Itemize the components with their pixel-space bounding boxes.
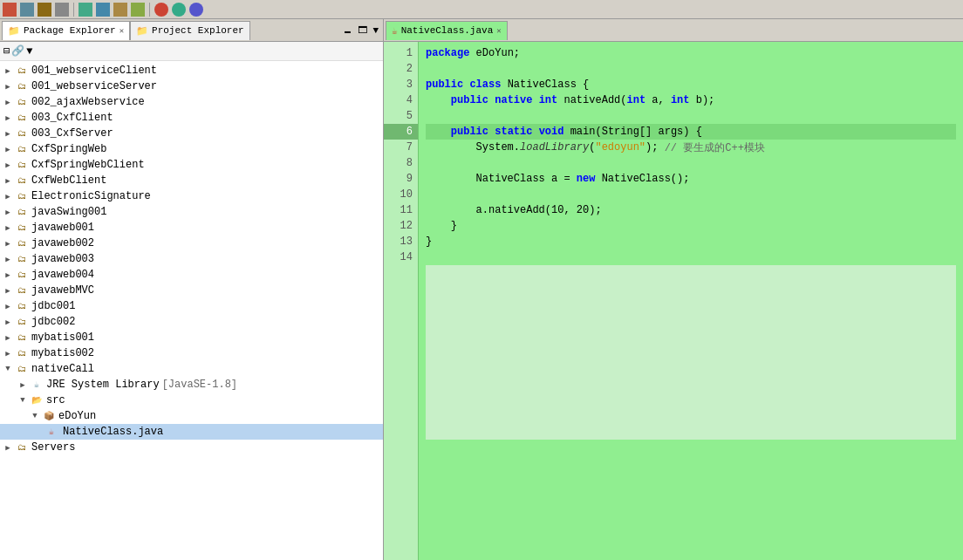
code-text: a, bbox=[645, 94, 671, 106]
editor-tab-close[interactable]: ✕ bbox=[496, 26, 501, 36]
tree-item-mybatis001[interactable]: ▶ 🗂 mybatis001 bbox=[0, 330, 383, 345]
tree-arrow: ▶ bbox=[3, 98, 12, 107]
tab-package-explorer-close[interactable]: ✕ bbox=[120, 26, 124, 36]
project-icon: 🗂 bbox=[15, 346, 29, 360]
panel-maximize-icon[interactable]: 🗖 bbox=[355, 23, 370, 38]
tree-item-cxfspringweb[interactable]: ▶ 🗂 CxfSpringWeb bbox=[0, 141, 383, 157]
tree-arrow: ▶ bbox=[3, 333, 12, 343]
tree-item-javawebmvc[interactable]: ▶ 🗂 javawebMVC bbox=[0, 283, 383, 298]
tree-item-002-ajaxwebservice[interactable]: ▶ 🗂 002_ajaxWebservice bbox=[0, 94, 383, 110]
toolbar-icon-11[interactable] bbox=[189, 3, 203, 17]
tree-label: mybatis001 bbox=[31, 331, 94, 344]
tree-item-javaswing001[interactable]: ▶ 🗂 javaSwing001 bbox=[0, 204, 383, 220]
tree-item-mybatis002[interactable]: ▶ 🗂 mybatis002 bbox=[0, 345, 383, 361]
keyword: int bbox=[671, 94, 690, 106]
tree-item-servers[interactable]: ▶ 🗂 Servers bbox=[0, 440, 383, 455]
tree-label: CxfWebClient bbox=[31, 174, 106, 187]
tree-item-edoyun[interactable]: ▼ 📦 eDoYun bbox=[0, 408, 383, 424]
code-text: NativeClass a = bbox=[426, 173, 577, 185]
tab-package-explorer-label: Package Explorer bbox=[24, 25, 116, 36]
panel-toolbar: ⊟ 🔗 ▼ bbox=[0, 42, 383, 61]
tree-item-jdbc002[interactable]: ▶ 🗂 jdbc002 bbox=[0, 314, 383, 330]
tree-item-javaweb004[interactable]: ▶ 🗂 javaweb004 bbox=[0, 267, 383, 283]
tree-item-cxfwebclient[interactable]: ▶ 🗂 CxfWebClient bbox=[0, 173, 383, 188]
string-text: "edoyun" bbox=[595, 141, 645, 154]
keyword: static bbox=[495, 126, 532, 138]
tree-arrow: ▶ bbox=[3, 286, 12, 296]
tree-item-003-cxfserver[interactable]: ▶ 🗂 003_CxfServer bbox=[0, 126, 383, 141]
package-icon: 📦 bbox=[42, 409, 56, 423]
code-text bbox=[488, 126, 495, 138]
tree-item-001-webserviceclient[interactable]: ▶ 🗂 001_webserviceClient bbox=[0, 63, 383, 79]
project-icon: 🗂 bbox=[15, 64, 29, 78]
toolbar-icon-8[interactable] bbox=[131, 3, 145, 17]
tab-package-explorer[interactable]: 📁 Package Explorer ✕ bbox=[2, 21, 130, 40]
project-icon: 🗂 bbox=[15, 111, 29, 125]
tree-item-cxfspringwebclient[interactable]: ▶ 🗂 CxfSpringWebClient bbox=[0, 157, 383, 173]
tree-label: 003_CxfServer bbox=[31, 127, 113, 140]
toolbar-icon-7[interactable] bbox=[113, 3, 127, 17]
tree-label: ElectronicSignature bbox=[31, 190, 151, 202]
tree-area[interactable]: ▶ 🗂 001_webserviceClient ▶ 🗂 001_webserv… bbox=[0, 61, 383, 560]
tree-item-001-webserviceserver[interactable]: ▶ 🗂 001_webserviceServer bbox=[0, 79, 383, 94]
editor-tabs: ☕ NativeClass.java ✕ bbox=[384, 19, 963, 42]
main-container: 📁 Package Explorer ✕ 📁 Project Explorer … bbox=[0, 0, 963, 560]
toolbar-icon-10[interactable] bbox=[172, 3, 186, 17]
line-num-3: 3 bbox=[384, 77, 418, 92]
keyword: public bbox=[426, 79, 463, 91]
view-menu-icon[interactable]: ▼ bbox=[26, 45, 32, 58]
tree-label: eDoYun bbox=[58, 410, 96, 422]
toolbar-icon-4[interactable] bbox=[55, 3, 69, 17]
code-line-2 bbox=[426, 61, 956, 77]
project-icon: 🗂 bbox=[15, 331, 29, 345]
tree-arrow: ▼ bbox=[18, 396, 27, 405]
toolbar-icon-1[interactable] bbox=[3, 3, 17, 17]
panel-minimize-icon[interactable]: 🗕 bbox=[340, 23, 355, 38]
line-num-8: 8 bbox=[384, 155, 418, 171]
tree-item-electronicsignature[interactable]: ▶ 🗂 ElectronicSignature bbox=[0, 188, 383, 204]
tree-item-src[interactable]: ▼ 📂 src bbox=[0, 393, 383, 408]
panel-menu-icon[interactable]: ▼ bbox=[370, 24, 381, 38]
tab-project-explorer[interactable]: 📁 Project Explorer bbox=[130, 21, 250, 40]
project-icon: 🗂 bbox=[15, 174, 29, 188]
project-icon: 🗂 bbox=[15, 362, 29, 376]
keyword: int bbox=[626, 94, 645, 106]
tree-label: javaSwing001 bbox=[31, 206, 106, 218]
panel-tabs: 📁 Package Explorer ✕ 📁 Project Explorer … bbox=[0, 19, 383, 42]
toolbar-separator-2 bbox=[149, 3, 150, 17]
tree-arrow: ▶ bbox=[3, 176, 12, 186]
code-text: b); bbox=[690, 94, 715, 106]
toolbar-icon-5[interactable] bbox=[79, 3, 92, 17]
tree-item-jdbc001[interactable]: ▶ 🗂 jdbc001 bbox=[0, 298, 383, 314]
link-editor-icon[interactable]: 🔗 bbox=[11, 44, 24, 58]
tree-item-003-cxfclient[interactable]: ▶ 🗂 003_CxfClient bbox=[0, 110, 383, 126]
toolbar-icon-2[interactable] bbox=[20, 3, 34, 17]
code-line-5 bbox=[426, 108, 956, 124]
editor-area: 1 2 3 4 5 6 7 8 9 10 11 12 13 14 bbox=[384, 42, 963, 560]
tree-item-jre[interactable]: ▶ ☕ JRE System Library [JavaSE-1.8] bbox=[0, 377, 383, 393]
toolbar-icon-9[interactable] bbox=[154, 3, 168, 17]
toolbar-icon-3[interactable] bbox=[38, 3, 51, 17]
line-num-6: 6 bbox=[384, 124, 418, 140]
tree-item-javaweb002[interactable]: ▶ 🗂 javaweb002 bbox=[0, 236, 383, 251]
project-icon: 🗂 bbox=[15, 221, 29, 235]
collapse-all-icon[interactable]: ⊟ bbox=[3, 44, 10, 58]
code-area[interactable]: package eDoYun; public class NativeClass… bbox=[419, 42, 963, 560]
code-line-10 bbox=[426, 187, 956, 202]
toolbar-icon-6[interactable] bbox=[96, 3, 110, 17]
tree-arrow: ▶ bbox=[3, 255, 12, 264]
comment-text: // 要生成的C++模块 bbox=[665, 140, 765, 155]
code-line-9: NativeClass a = new NativeClass(); bbox=[426, 171, 956, 187]
tree-item-nativeclass-java[interactable]: ☕ NativeClass.java bbox=[0, 424, 383, 440]
project-icon: 🗂 bbox=[15, 236, 29, 250]
line-num-9: 9 bbox=[384, 171, 418, 187]
editor-tab-nativeclass[interactable]: ☕ NativeClass.java ✕ bbox=[386, 21, 508, 40]
code-line-6: public static void main(String[] args) { bbox=[426, 124, 956, 140]
tree-item-javaweb003[interactable]: ▶ 🗂 javaweb003 bbox=[0, 251, 383, 267]
tree-item-javaweb001[interactable]: ▶ 🗂 javaweb001 bbox=[0, 220, 383, 236]
keyword: package bbox=[426, 47, 469, 59]
code-text bbox=[463, 79, 469, 91]
editor-blank-area bbox=[426, 265, 956, 440]
tree-item-nativecall[interactable]: ▼ 🗂 nativeCall bbox=[0, 361, 383, 377]
tree-arrow: ▶ bbox=[3, 129, 12, 139]
